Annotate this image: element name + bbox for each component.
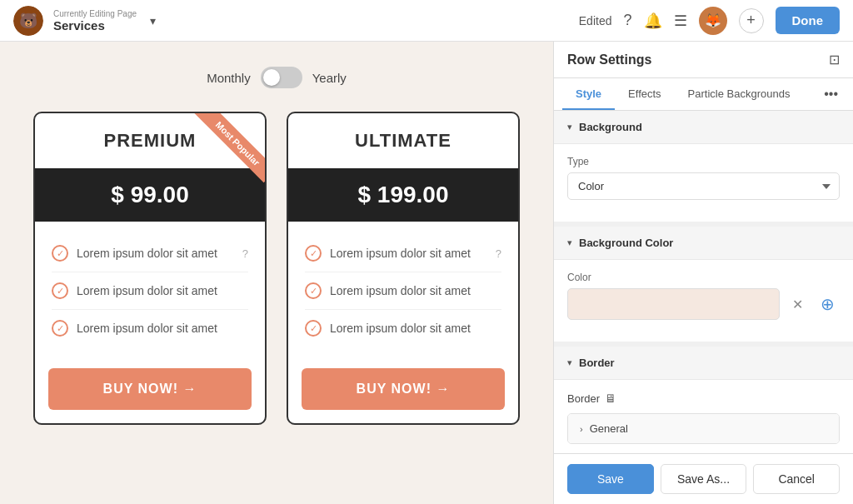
pricing-cards-container: Most Popular PREMIUM $ 99.00 ✓ Lorem ips… xyxy=(33,112,520,425)
ribbon-text-premium: Most Popular xyxy=(193,113,265,182)
color-field-container: ✕ ⊕ xyxy=(567,288,840,320)
pricing-card-premium: Most Popular PREMIUM $ 99.00 ✓ Lorem ips… xyxy=(33,112,267,425)
panel-footer: Save Save As... Cancel xyxy=(554,453,853,504)
background-section-header[interactable]: ▾ Background xyxy=(554,111,853,144)
border-label-row: Border 🖥 xyxy=(567,392,840,405)
feature-text: Lorem ipsum dolor sit amet xyxy=(77,247,217,260)
feature-item: ✓ Lorem ipsum dolor sit amet xyxy=(52,272,248,310)
feature-check-icon: ✓ xyxy=(305,320,322,337)
background-color-section-header[interactable]: ▾ Background Color xyxy=(554,227,853,260)
page-area: Monthly Yearly Most Popular PREMIUM $ 99… xyxy=(0,42,553,504)
card-title-ultimate: ULTIMATE xyxy=(288,113,518,168)
feature-text: Lorem ipsum dolor sit amet xyxy=(330,284,471,297)
feature-item: ✓ Lorem ipsum dolor sit amet xyxy=(305,272,501,310)
menu-icon[interactable]: ☰ xyxy=(674,12,687,30)
feature-help-icon[interactable]: ? xyxy=(242,247,248,260)
topbar: 🐻 Currently Editing Page Services ▾ Edit… xyxy=(0,0,853,42)
feature-text: Lorem ipsum dolor sit amet xyxy=(77,322,217,335)
edited-status: Edited xyxy=(579,14,612,27)
feature-item: ✓ Lorem ipsum dolor sit amet ? xyxy=(305,235,501,272)
card-price-ultimate: $ 199.00 xyxy=(288,168,518,222)
background-section: ▾ Background Type Color Gradient Image V… xyxy=(554,111,853,222)
panel-collapse-icon[interactable]: ⊡ xyxy=(829,52,840,67)
color-add-button[interactable]: ⊕ xyxy=(815,292,840,317)
monthly-label: Monthly xyxy=(207,71,251,85)
panel-tabs: Style Effects Particle Backgrounds ••• xyxy=(554,78,853,111)
color-clear-button[interactable]: ✕ xyxy=(785,292,810,317)
type-label: Type xyxy=(567,156,840,167)
feature-help-icon[interactable]: ? xyxy=(496,247,501,260)
avatar[interactable]: 🦊 xyxy=(699,7,727,35)
feature-text: Lorem ipsum dolor sit amet xyxy=(330,247,471,260)
panel-header: Row Settings ⊡ xyxy=(554,42,853,78)
card-cta-premium[interactable]: BUY NOW! → xyxy=(48,368,252,410)
topbar-right: Edited ? 🔔 ☰ 🦊 + Done xyxy=(579,7,840,35)
feature-check-icon: ✓ xyxy=(52,320,68,337)
yearly-label: Yearly xyxy=(312,71,347,85)
ribbon-premium: Most Popular xyxy=(182,113,265,197)
color-label: Color xyxy=(567,272,840,283)
cancel-button[interactable]: Cancel xyxy=(753,464,840,494)
bg-color-chevron-icon: ▾ xyxy=(567,237,572,248)
feature-check-icon: ✓ xyxy=(305,245,322,262)
feature-check-icon: ✓ xyxy=(52,245,68,262)
border-section-body: Border 🖥 › General xyxy=(554,380,853,453)
notifications-icon[interactable]: 🔔 xyxy=(644,12,662,30)
save-button[interactable]: Save xyxy=(567,464,654,494)
tab-effects[interactable]: Effects xyxy=(615,79,675,110)
border-label: Border xyxy=(567,392,600,405)
type-form-group: Type Color Gradient Image Video xyxy=(567,156,840,200)
border-section-title: Border xyxy=(579,357,615,369)
card-cta-ultimate[interactable]: BUY NOW! → xyxy=(302,368,505,410)
help-icon[interactable]: ? xyxy=(623,12,631,29)
right-panel: Row Settings ⊡ Style Effects Particle Ba… xyxy=(553,42,853,504)
background-color-section: ▾ Background Color Color ✕ ⊕ xyxy=(554,227,853,342)
border-chevron-icon: ▾ xyxy=(567,357,572,368)
tab-style[interactable]: Style xyxy=(562,79,615,110)
border-section-header[interactable]: ▾ Border xyxy=(554,347,853,380)
background-section-title: Background xyxy=(579,121,642,133)
card-features-ultimate: ✓ Lorem ipsum dolor sit amet ? ✓ Lorem i… xyxy=(288,222,518,360)
background-section-body: Type Color Gradient Image Video xyxy=(554,144,853,222)
panel-title: Row Settings xyxy=(567,52,651,67)
logo: 🐻 xyxy=(13,6,43,36)
pricing-toggle-container: Monthly Yearly xyxy=(33,67,520,88)
background-chevron-icon: ▾ xyxy=(567,122,572,132)
type-select[interactable]: Color Gradient Image Video xyxy=(567,172,840,200)
done-button[interactable]: Done xyxy=(776,7,841,34)
background-color-section-title: Background Color xyxy=(579,237,673,249)
border-responsive-icon: 🖥 xyxy=(605,392,616,405)
card-features-premium: ✓ Lorem ipsum dolor sit amet ? ✓ Lorem i… xyxy=(35,222,265,360)
feature-text: Lorem ipsum dolor sit amet xyxy=(77,284,217,297)
logo-image: 🐻 xyxy=(13,6,43,36)
feature-check-icon: ✓ xyxy=(52,282,68,299)
color-form-group: Color ✕ ⊕ xyxy=(567,272,840,320)
add-button[interactable]: + xyxy=(739,8,764,33)
main-content: Monthly Yearly Most Popular PREMIUM $ 99… xyxy=(0,42,853,504)
general-chevron-icon: › xyxy=(580,424,583,434)
border-section: ▾ Border Border 🖥 › General xyxy=(554,347,853,453)
feature-check-icon: ✓ xyxy=(305,282,322,299)
general-label: General xyxy=(590,422,628,435)
tab-particle-backgrounds[interactable]: Particle Backgrounds xyxy=(675,79,804,110)
page-chevron-icon[interactable]: ▾ xyxy=(150,14,156,27)
border-general-subsection: › General xyxy=(567,413,840,444)
feature-item: ✓ Lorem ipsum dolor sit amet xyxy=(52,310,248,347)
toggle-switch[interactable] xyxy=(261,67,302,88)
save-as-button[interactable]: Save As... xyxy=(661,464,747,494)
feature-text: Lorem ipsum dolor sit amet xyxy=(330,322,471,335)
border-general-header[interactable]: › General xyxy=(568,414,839,443)
panel-content: ▾ Background Type Color Gradient Image V… xyxy=(554,111,853,453)
editing-label: Currently Editing Page xyxy=(53,9,137,18)
color-swatch[interactable] xyxy=(567,288,780,320)
page-name: Services xyxy=(53,18,137,32)
feature-item: ✓ Lorem ipsum dolor sit amet xyxy=(305,310,501,347)
feature-item: ✓ Lorem ipsum dolor sit amet ? xyxy=(52,235,248,272)
background-color-section-body: Color ✕ ⊕ xyxy=(554,260,853,342)
tab-more-icon[interactable]: ••• xyxy=(817,78,845,110)
topbar-title-group: Currently Editing Page Services xyxy=(53,9,137,32)
pricing-card-ultimate: ULTIMATE $ 199.00 ✓ Lorem ipsum dolor si… xyxy=(287,112,520,425)
